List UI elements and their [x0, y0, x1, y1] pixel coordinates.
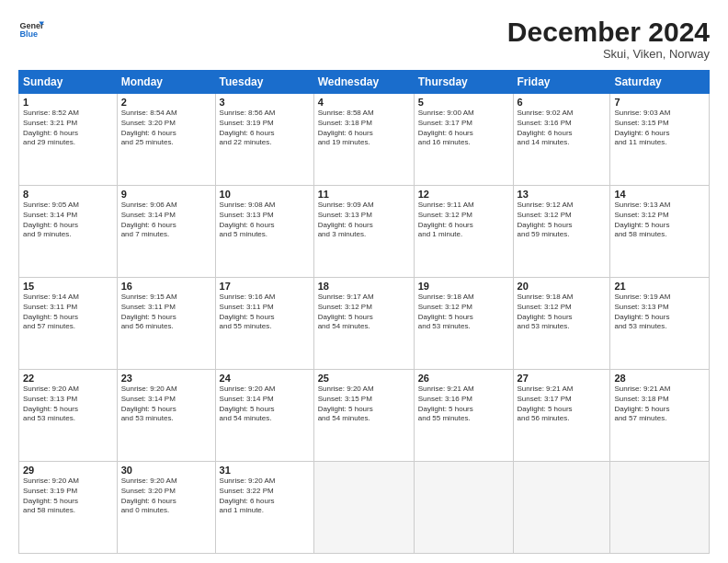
day-info: Sunrise: 9:21 AMSunset: 3:18 PMDaylight:…	[614, 385, 705, 424]
calendar-week-row: 15Sunrise: 9:14 AMSunset: 3:11 PMDayligh…	[19, 278, 710, 370]
day-info: Sunrise: 9:21 AMSunset: 3:16 PMDaylight:…	[418, 385, 509, 424]
table-row: 8Sunrise: 9:05 AMSunset: 3:14 PMDaylight…	[19, 186, 118, 278]
table-row: 24Sunrise: 9:20 AMSunset: 3:14 PMDayligh…	[215, 370, 313, 462]
day-info: Sunrise: 9:05 AMSunset: 3:14 PMDaylight:…	[23, 201, 113, 240]
day-number: 22	[23, 373, 113, 384]
table-row: 20Sunrise: 9:18 AMSunset: 3:12 PMDayligh…	[513, 278, 610, 370]
table-row: 15Sunrise: 9:14 AMSunset: 3:11 PMDayligh…	[19, 278, 118, 370]
col-sunday: Sunday	[19, 71, 118, 94]
calendar-week-row: 29Sunrise: 9:20 AMSunset: 3:19 PMDayligh…	[19, 462, 710, 554]
day-number: 30	[121, 465, 211, 476]
day-number: 15	[23, 281, 113, 292]
table-row: 9Sunrise: 9:06 AMSunset: 3:14 PMDaylight…	[117, 186, 215, 278]
page-title: December 2024	[507, 17, 710, 47]
day-info: Sunrise: 9:20 AMSunset: 3:13 PMDaylight:…	[23, 385, 113, 424]
table-row: 29Sunrise: 9:20 AMSunset: 3:19 PMDayligh…	[19, 462, 118, 554]
calendar-header-row: Sunday Monday Tuesday Wednesday Thursday…	[19, 71, 710, 94]
calendar-table: Sunday Monday Tuesday Wednesday Thursday…	[18, 70, 710, 554]
table-row: 14Sunrise: 9:13 AMSunset: 3:12 PMDayligh…	[610, 186, 710, 278]
day-info: Sunrise: 9:20 AMSunset: 3:20 PMDaylight:…	[121, 477, 211, 516]
page-subtitle: Skui, Viken, Norway	[507, 47, 710, 61]
day-info: Sunrise: 9:02 AMSunset: 3:16 PMDaylight:…	[518, 109, 607, 148]
table-row: 27Sunrise: 9:21 AMSunset: 3:17 PMDayligh…	[513, 370, 610, 462]
day-info: Sunrise: 9:20 AMSunset: 3:14 PMDaylight:…	[121, 385, 211, 424]
day-number: 19	[418, 281, 509, 292]
table-row	[513, 462, 610, 554]
title-block: December 2024 Skui, Viken, Norway	[507, 17, 710, 61]
day-info: Sunrise: 9:17 AMSunset: 3:12 PMDaylight:…	[318, 293, 410, 332]
day-number: 27	[518, 373, 607, 384]
day-number: 31	[220, 465, 310, 476]
page-header: General Blue December 2024 Skui, Viken, …	[18, 17, 710, 61]
table-row: 23Sunrise: 9:20 AMSunset: 3:14 PMDayligh…	[117, 370, 215, 462]
table-row: 17Sunrise: 9:16 AMSunset: 3:11 PMDayligh…	[215, 278, 313, 370]
table-row: 22Sunrise: 9:20 AMSunset: 3:13 PMDayligh…	[19, 370, 118, 462]
logo: General Blue	[18, 17, 44, 42]
logo-icon: General Blue	[18, 17, 44, 42]
table-row: 6Sunrise: 9:02 AMSunset: 3:16 PMDaylight…	[513, 94, 610, 186]
table-row: 2Sunrise: 8:54 AMSunset: 3:20 PMDaylight…	[117, 94, 215, 186]
day-number: 12	[418, 189, 509, 200]
day-number: 9	[121, 189, 211, 200]
day-info: Sunrise: 9:12 AMSunset: 3:12 PMDaylight:…	[518, 201, 607, 240]
day-number: 24	[220, 373, 310, 384]
table-row: 21Sunrise: 9:19 AMSunset: 3:13 PMDayligh…	[610, 278, 710, 370]
day-number: 13	[518, 189, 607, 200]
day-info: Sunrise: 9:14 AMSunset: 3:11 PMDaylight:…	[23, 293, 113, 332]
day-info: Sunrise: 8:56 AMSunset: 3:19 PMDaylight:…	[220, 109, 310, 148]
table-row: 26Sunrise: 9:21 AMSunset: 3:16 PMDayligh…	[414, 370, 513, 462]
col-friday: Friday	[513, 71, 610, 94]
col-tuesday: Tuesday	[215, 71, 313, 94]
day-number: 1	[23, 97, 113, 108]
table-row: 13Sunrise: 9:12 AMSunset: 3:12 PMDayligh…	[513, 186, 610, 278]
table-row: 12Sunrise: 9:11 AMSunset: 3:12 PMDayligh…	[414, 186, 513, 278]
table-row: 31Sunrise: 9:20 AMSunset: 3:22 PMDayligh…	[215, 462, 313, 554]
day-number: 18	[318, 281, 410, 292]
day-number: 10	[220, 189, 310, 200]
table-row: 1Sunrise: 8:52 AMSunset: 3:21 PMDaylight…	[19, 94, 118, 186]
table-row: 4Sunrise: 8:58 AMSunset: 3:18 PMDaylight…	[313, 94, 414, 186]
table-row: 16Sunrise: 9:15 AMSunset: 3:11 PMDayligh…	[117, 278, 215, 370]
col-saturday: Saturday	[610, 71, 710, 94]
table-row: 7Sunrise: 9:03 AMSunset: 3:15 PMDaylight…	[610, 94, 710, 186]
table-row: 30Sunrise: 9:20 AMSunset: 3:20 PMDayligh…	[117, 462, 215, 554]
calendar-week-row: 1Sunrise: 8:52 AMSunset: 3:21 PMDaylight…	[19, 94, 710, 186]
day-number: 21	[614, 281, 705, 292]
day-info: Sunrise: 9:00 AMSunset: 3:17 PMDaylight:…	[418, 109, 509, 148]
table-row	[313, 462, 414, 554]
day-info: Sunrise: 9:20 AMSunset: 3:19 PMDaylight:…	[23, 477, 113, 516]
col-thursday: Thursday	[414, 71, 513, 94]
day-info: Sunrise: 9:20 AMSunset: 3:14 PMDaylight:…	[220, 385, 310, 424]
day-number: 11	[318, 189, 410, 200]
day-number: 16	[121, 281, 211, 292]
day-info: Sunrise: 9:16 AMSunset: 3:11 PMDaylight:…	[220, 293, 310, 332]
svg-text:Blue: Blue	[19, 29, 38, 39]
day-number: 20	[518, 281, 607, 292]
day-number: 3	[220, 97, 310, 108]
day-info: Sunrise: 9:18 AMSunset: 3:12 PMDaylight:…	[418, 293, 509, 332]
day-info: Sunrise: 8:52 AMSunset: 3:21 PMDaylight:…	[23, 109, 113, 148]
day-number: 2	[121, 97, 211, 108]
day-info: Sunrise: 9:19 AMSunset: 3:13 PMDaylight:…	[614, 293, 705, 332]
table-row: 10Sunrise: 9:08 AMSunset: 3:13 PMDayligh…	[215, 186, 313, 278]
table-row: 5Sunrise: 9:00 AMSunset: 3:17 PMDaylight…	[414, 94, 513, 186]
day-number: 29	[23, 465, 113, 476]
day-number: 4	[318, 97, 410, 108]
calendar-week-row: 8Sunrise: 9:05 AMSunset: 3:14 PMDaylight…	[19, 186, 710, 278]
day-info: Sunrise: 9:20 AMSunset: 3:15 PMDaylight:…	[318, 385, 410, 424]
day-info: Sunrise: 9:13 AMSunset: 3:12 PMDaylight:…	[614, 201, 705, 240]
table-row: 11Sunrise: 9:09 AMSunset: 3:13 PMDayligh…	[313, 186, 414, 278]
day-info: Sunrise: 9:15 AMSunset: 3:11 PMDaylight:…	[121, 293, 211, 332]
day-number: 26	[418, 373, 509, 384]
day-info: Sunrise: 9:06 AMSunset: 3:14 PMDaylight:…	[121, 201, 211, 240]
day-info: Sunrise: 9:09 AMSunset: 3:13 PMDaylight:…	[318, 201, 410, 240]
day-info: Sunrise: 8:54 AMSunset: 3:20 PMDaylight:…	[121, 109, 211, 148]
day-info: Sunrise: 9:20 AMSunset: 3:22 PMDaylight:…	[220, 477, 310, 516]
day-number: 25	[318, 373, 410, 384]
col-wednesday: Wednesday	[313, 71, 414, 94]
day-number: 17	[220, 281, 310, 292]
col-monday: Monday	[117, 71, 215, 94]
table-row: 19Sunrise: 9:18 AMSunset: 3:12 PMDayligh…	[414, 278, 513, 370]
day-info: Sunrise: 9:18 AMSunset: 3:12 PMDaylight:…	[518, 293, 607, 332]
day-info: Sunrise: 9:03 AMSunset: 3:15 PMDaylight:…	[614, 109, 705, 148]
